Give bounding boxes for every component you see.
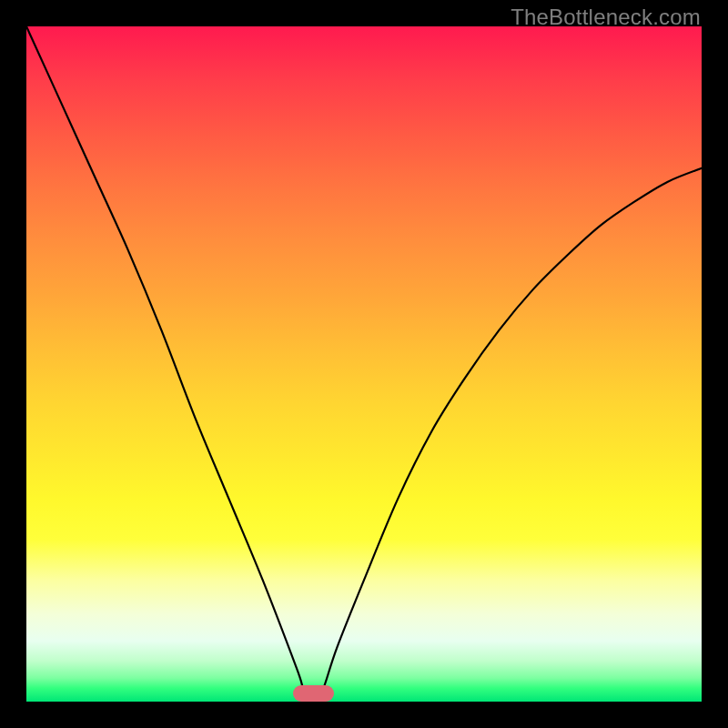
bottleneck-curve (26, 26, 702, 700)
bottleneck-marker (293, 685, 334, 702)
plot-area (26, 26, 702, 702)
curve-layer (26, 26, 702, 702)
watermark-text: TheBottleneck.com (511, 5, 701, 30)
